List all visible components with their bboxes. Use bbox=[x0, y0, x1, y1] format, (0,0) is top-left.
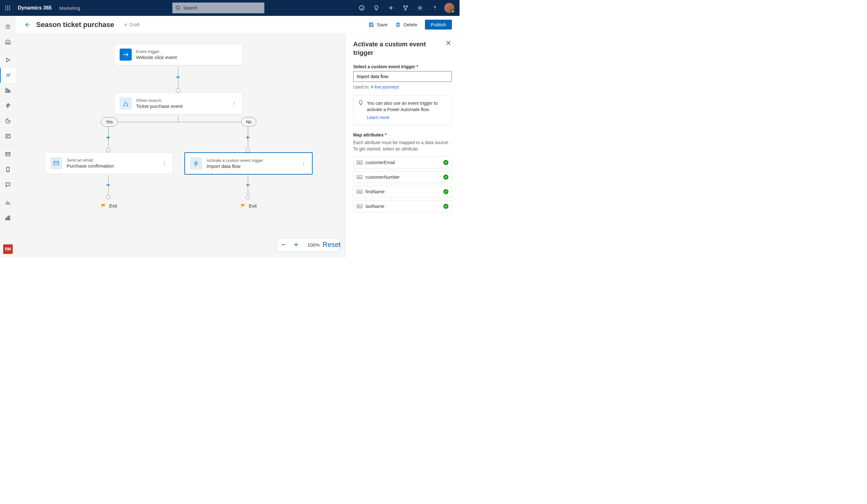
svg-rect-34 bbox=[7, 217, 8, 220]
add-step-button[interactable] bbox=[105, 182, 111, 188]
svg-line-10 bbox=[179, 9, 180, 10]
attribute-row[interactable]: Abc lastName bbox=[353, 200, 452, 212]
node-title: Ticket purchase event bbox=[136, 104, 182, 109]
zoom-reset-button[interactable]: Reset bbox=[325, 238, 338, 251]
node-email[interactable]: Send an email Purchase confirmation ⋮ bbox=[45, 152, 173, 174]
top-bar: Dynamics 365 Marketing Search bbox=[0, 0, 460, 16]
svg-rect-33 bbox=[6, 218, 7, 220]
breadcrumb[interactable]: Marketing bbox=[59, 6, 80, 11]
help-icon[interactable] bbox=[430, 3, 440, 13]
nav-reports2[interactable] bbox=[0, 211, 16, 226]
attribute-row[interactable]: Abc firstName bbox=[353, 186, 452, 198]
persona-badge[interactable]: RM bbox=[3, 244, 13, 254]
attribute-row[interactable]: Abc customerEmail bbox=[353, 157, 452, 169]
svg-point-8 bbox=[9, 10, 10, 10]
panel-title: Activate a custom event trigger bbox=[353, 40, 446, 57]
zoom-in-button[interactable] bbox=[290, 238, 302, 251]
brand-label: Dynamics 365 bbox=[18, 5, 52, 11]
zoom-controls: 100% Reset bbox=[277, 238, 339, 251]
lightbulb-icon[interactable] bbox=[371, 3, 382, 13]
node-branch[interactable]: If/then branch Ticket purchase event ⋮ bbox=[114, 93, 243, 114]
node-label: Activate a custom event trigger bbox=[206, 158, 263, 163]
nav-play[interactable] bbox=[0, 52, 16, 68]
node-more-icon[interactable]: ⋮ bbox=[161, 161, 168, 166]
settings-icon[interactable] bbox=[415, 3, 425, 13]
nav-reports1[interactable] bbox=[0, 195, 16, 211]
map-attributes-label: Map attributes* bbox=[353, 132, 452, 137]
check-icon bbox=[443, 204, 448, 209]
tip-box: You can also use an event trigger to act… bbox=[353, 95, 452, 125]
global-search[interactable]: Search bbox=[172, 2, 264, 13]
svg-rect-35 bbox=[9, 216, 10, 220]
text-type-icon: Abc bbox=[357, 204, 362, 208]
node-event-trigger[interactable]: Event trigger Website click event bbox=[114, 44, 243, 65]
branch-icon bbox=[120, 97, 132, 109]
svg-point-1 bbox=[7, 6, 8, 7]
svg-rect-36 bbox=[370, 23, 372, 24]
exit-marker: Exit bbox=[101, 203, 117, 208]
branch-no[interactable]: No bbox=[241, 117, 256, 127]
check-icon bbox=[443, 189, 448, 194]
node-more-icon[interactable]: ⋮ bbox=[231, 101, 237, 106]
add-step-button[interactable] bbox=[245, 182, 251, 188]
svg-point-40 bbox=[124, 105, 125, 106]
nav-email[interactable] bbox=[0, 147, 16, 162]
status-badge: Draft bbox=[125, 22, 140, 27]
nav-journeys[interactable] bbox=[0, 68, 16, 83]
nav-mobile[interactable] bbox=[0, 162, 16, 177]
nav-segments[interactable] bbox=[0, 83, 16, 98]
delete-button[interactable]: Delete bbox=[395, 22, 417, 28]
assistant-icon[interactable] bbox=[357, 3, 367, 13]
nav-hamburger[interactable] bbox=[0, 19, 16, 34]
attribute-row[interactable]: Abc customerNumber bbox=[353, 171, 452, 183]
nav-chat[interactable] bbox=[0, 177, 16, 192]
properties-panel: Activate a custom event trigger Select a… bbox=[345, 34, 460, 258]
add-icon[interactable] bbox=[386, 3, 396, 13]
used-in-text: Used in: 4 live journeys bbox=[353, 84, 452, 89]
check-icon bbox=[443, 174, 448, 180]
page-title: Season ticket purchase bbox=[36, 21, 114, 29]
used-in-link[interactable]: 4 live journeys bbox=[371, 84, 399, 89]
app-launcher-icon[interactable] bbox=[2, 3, 13, 13]
node-label: Send an email bbox=[67, 158, 114, 162]
check-icon bbox=[443, 160, 448, 165]
nav-analytics[interactable] bbox=[0, 113, 16, 129]
search-placeholder: Search bbox=[183, 6, 197, 10]
nav-forms[interactable] bbox=[0, 129, 16, 144]
panel-close-button[interactable] bbox=[446, 40, 452, 46]
user-avatar[interactable] bbox=[444, 3, 454, 13]
publish-button[interactable]: Publish bbox=[425, 20, 452, 30]
svg-point-16 bbox=[435, 9, 435, 10]
add-step-button[interactable] bbox=[105, 135, 111, 140]
svg-rect-37 bbox=[370, 25, 373, 26]
svg-point-0 bbox=[6, 6, 6, 7]
text-type-icon: Abc bbox=[357, 175, 362, 179]
svg-point-11 bbox=[360, 6, 364, 10]
add-step-button[interactable] bbox=[245, 135, 251, 140]
svg-point-2 bbox=[9, 6, 10, 7]
svg-rect-21 bbox=[7, 89, 9, 92]
svg-point-6 bbox=[6, 10, 6, 10]
svg-point-3 bbox=[6, 8, 6, 9]
learn-more-link[interactable]: Learn more bbox=[367, 114, 447, 121]
filter-icon[interactable] bbox=[400, 3, 411, 13]
save-button[interactable]: Save bbox=[368, 22, 387, 28]
lightning-icon bbox=[190, 158, 202, 170]
add-step-button[interactable] bbox=[175, 74, 181, 80]
node-custom-trigger[interactable]: Activate a custom event trigger Import d… bbox=[184, 152, 313, 174]
node-title: Import data flow bbox=[206, 163, 263, 169]
map-attributes-helper: Each attribute must be mapped to a data … bbox=[353, 139, 452, 152]
journey-canvas[interactable]: Event trigger Website click event If/the… bbox=[16, 34, 345, 258]
svg-point-15 bbox=[419, 7, 421, 9]
svg-point-5 bbox=[9, 8, 10, 9]
nav-home[interactable] bbox=[0, 34, 16, 50]
select-trigger-input[interactable] bbox=[353, 71, 452, 82]
branch-yes[interactable]: Yes bbox=[101, 117, 118, 127]
zoom-out-button[interactable] bbox=[277, 238, 290, 251]
svg-rect-23 bbox=[6, 134, 10, 138]
node-more-icon[interactable]: ⋮ bbox=[301, 161, 307, 166]
nav-triggers[interactable] bbox=[0, 98, 16, 113]
svg-point-41 bbox=[127, 105, 128, 106]
back-button[interactable] bbox=[23, 21, 31, 29]
svg-point-9 bbox=[176, 6, 179, 9]
